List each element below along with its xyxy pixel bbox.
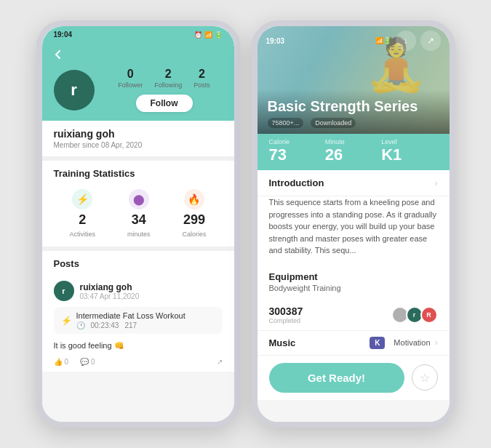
profile-stats: 0 Follower 2 Following 2 Posts [118,68,210,89]
detail-content: Introduction › This sequence starts from… [258,170,450,400]
minutes-stat: ⬤ 34 minutes [127,189,151,238]
share-action[interactable]: ↗ [217,358,223,366]
clock-icon: 🕐 [76,321,85,329]
comment-action[interactable]: 💬 0 [80,358,95,366]
follower-stat: 0 Follower [118,68,143,89]
hero-badge-downloaded: Downloaded [311,118,356,128]
equipment-row: Equipment [258,264,450,284]
profile-name: ruixiang goh [42,121,234,141]
member-since: Member since 08 Apr, 2020 [42,141,234,156]
profile-header: r 0 Follower 2 Following 2 [42,68,234,121]
status-bar-1: 19:04 ⏰ 📶 🔋 [42,26,234,41]
status-time-2: 19:03 [266,37,285,45]
calories-stat: 🔥 299 Calories [182,189,206,238]
alarm-icon: ⏰ [194,31,202,39]
level-metric: Level K1 [381,138,437,164]
music-row: Music K Motivation › [258,331,450,356]
signal-icon: 📶 [204,31,212,39]
download-button[interactable]: ↓ [396,31,416,51]
equipment-title: Equipment [269,271,318,282]
completed-label: Completed [269,317,303,324]
hero-title: Basic Strength Series [268,98,439,115]
status-icons-1: ⏰ 📶 🔋 [194,31,223,39]
intro-title: Introduction [269,177,324,188]
hero-top-bar: 19:03 📶🔋 ↓ ↗ [258,26,450,55]
cta-row: Get Ready! ☆ [258,356,450,400]
completed-row: 300387 Completed r R [258,300,450,331]
lightning-icon: ⚡ [61,316,72,326]
music-right[interactable]: K Motivation › [370,337,437,349]
bookmark-button[interactable]: ☆ [412,364,438,391]
phone2: 🧘 19:03 📶🔋 ↓ ↗ Basic Strength Series 758… [252,20,455,428]
post-avatar: r [54,281,74,301]
calories-icon: 🔥 [184,189,204,209]
post-caption: It is good feeling 👊 [42,337,234,355]
workout-meta: 🕐 00:23:43 217 [76,321,185,329]
post-time: 03:47 Apr 11,2020 [80,292,140,300]
intro-text: This sequence starts from a kneeling pos… [258,196,450,264]
post-actions: 👍 0 💬 0 ↗ [42,355,234,372]
like-action[interactable]: 👍 0 [54,358,69,366]
chevron-right-icon: › [435,178,438,188]
music-chevron-icon: › [435,337,438,348]
share-icon: ↗ [217,358,223,366]
posts-title: Posts [42,251,234,275]
post-user-row: r ruixiang goh 03:47 Apr 11,2020 [42,275,234,304]
hero-badge-views: 75800+... [268,118,304,128]
signal-icon-2: 📶🔋 [375,37,391,44]
post-workout-card[interactable]: ⚡ Intermediate Fat Loss Workout 🕐 00:23:… [54,307,223,334]
posts-stat: 2 Posts [193,68,210,89]
completed-number: 300387 [269,305,303,317]
following-stat: 2 Following [154,68,182,89]
hero-action-buttons: 📶🔋 ↓ ↗ [375,31,441,51]
calorie-metric: Calorie 73 [269,138,325,164]
music-title: Music [269,337,296,348]
status-time-1: 19:04 [54,31,73,39]
hero-image: 🧘 19:03 📶🔋 ↓ ↗ Basic Strength Series 758… [258,26,450,134]
hero-overlay: Basic Strength Series 75800+... Download… [258,89,450,134]
training-stats: ⚡ 2 Activities ⬤ 34 minutes 🔥 299 Calori… [42,185,234,247]
avatar: r [54,70,95,111]
user-avatar-3: R [420,306,438,324]
intro-row[interactable]: Introduction › [258,170,450,196]
post-username: ruixiang goh [80,282,140,292]
posts-section: Posts r ruixiang goh 03:47 Apr 11,2020 ⚡… [42,251,234,372]
phone1: 19:04 ⏰ 📶 🔋 r [36,20,240,428]
follow-button[interactable]: Follow [136,95,193,112]
workout-metrics: Calorie 73 Minute 26 Level K1 [258,134,450,170]
user-avatars: r R [394,306,438,324]
status-bar-2: 19:03 [266,37,285,45]
like-icon: 👍 [54,358,63,366]
workout-name: Intermediate Fat Loss Workout [76,311,185,320]
equipment-text: Bodyweight Training [258,284,450,300]
training-title: Training Statistics [42,161,234,185]
music-playlist: Motivation [394,338,430,347]
get-ready-button[interactable]: Get Ready! [269,363,404,393]
comment-icon: 💬 [80,358,89,366]
minute-metric: Minute 26 [325,138,381,164]
back-button[interactable] [48,44,68,65]
battery-icon: 🔋 [215,31,223,39]
hero-badges: 75800+... Downloaded [268,118,439,128]
activities-stat: ⚡ 2 Activities [69,189,95,238]
music-badge: K [370,337,385,349]
activities-icon: ⚡ [72,189,92,209]
share-button[interactable]: ↗ [420,31,441,51]
minutes-icon: ⬤ [129,189,149,209]
